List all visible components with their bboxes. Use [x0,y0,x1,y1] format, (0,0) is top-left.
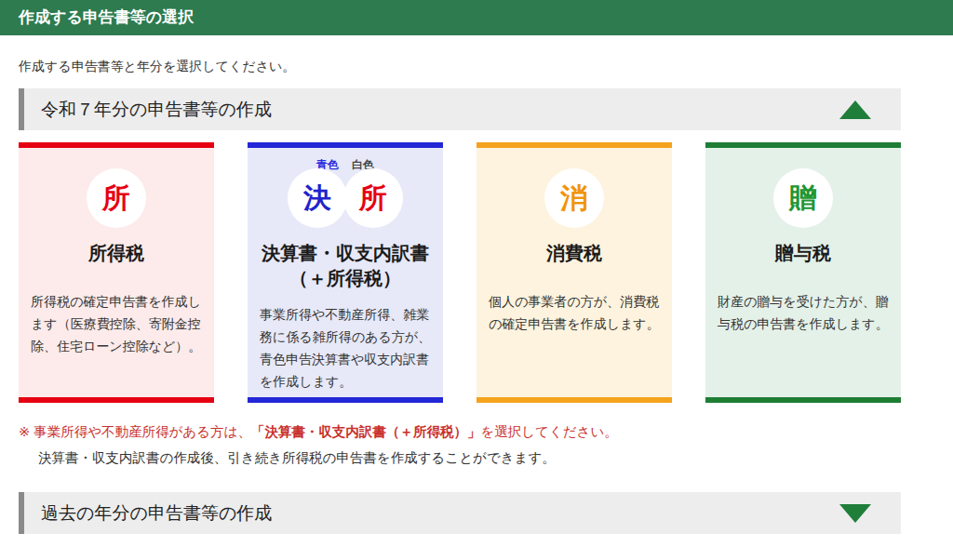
page-title: 作成する申告書等の選択 [19,8,194,26]
section-past-years-label: 過去の年分の申告書等の作成 [41,501,272,526]
card-consumption-tax[interactable]: 消 消費税 個人の事業者の方が、消費税の確定申告書を作成します。 [476,142,672,403]
instruction-text: 作成する申告書等と年分を選択してください。 [19,59,901,75]
section-current-year-label: 令和７年分の申告書等の作成 [41,98,272,122]
statement-badges: 決 所 [248,168,443,228]
advisory-note: ※ 事業所得や不動産所得がある方は、「決算書・収支内訳書（＋所得税）」を選択して… [19,423,901,467]
card-title-line1: 決算書・収支内訳書 [248,241,443,266]
card-desc-income-tax: 所得税の確定申告書を作成します（医療費控除、寄附金控除、住宅ローン控除など）。 [19,290,214,357]
main-content: 作成する申告書等と年分を選択してください。 令和７年分の申告書等の作成 所 所得… [19,59,901,534]
consumption-tax-badge-icon: 消 [544,168,604,228]
card-income-tax[interactable]: 所 所得税 所得税の確定申告書を作成します（医療費控除、寄附金控除、住宅ローン控… [19,142,214,403]
income-tax-badge-icon: 所 [87,168,146,228]
note-prefix: ※ 事業所得や不動産所得がある方は、 [19,424,251,439]
note-bold-part: 「決算書・収支内訳書（＋所得税）」 [251,424,481,439]
note-suffix: を選択してください。 [480,424,617,439]
card-gift-tax[interactable]: 贈 贈与税 財産の贈与を受けた方が、贈与税の申告書を作成します。 [705,142,901,403]
section-past-years[interactable]: 過去の年分の申告書等の作成 [19,492,901,534]
card-desc-financial-statement: 事業所得や不動産所得、雑業務に係る雑所得のある方が、青色申告決算書や収支内訳書を… [248,303,443,393]
statement-badge-icon: 決 [288,168,347,228]
income-tax-badge-char: 所 [102,180,130,218]
card-desc-consumption-tax: 個人の事業者の方が、消費税の確定申告書を作成します。 [476,290,672,335]
card-title-line2: （＋所得税） [248,266,443,291]
section-current-year[interactable]: 令和７年分の申告書等の作成 [19,88,901,130]
advisory-note-line2: 決算書・収支内訳書の作成後、引き続き所得税の申告書を作成することができます。 [19,449,901,467]
gift-tax-badge-char: 贈 [789,180,817,218]
advisory-note-line1: ※ 事業所得や不動産所得がある方は、「決算書・収支内訳書（＋所得税）」を選択して… [19,423,901,441]
page-title-bar: 作成する申告書等の選択 [0,0,953,35]
card-title-income-tax: 所得税 [19,241,214,266]
collapse-triangle-icon[interactable] [839,100,871,119]
gift-tax-badge-icon: 贈 [773,168,833,228]
card-title-gift-tax: 贈与税 [705,241,901,266]
statement-income-badge-icon: 所 [343,168,403,228]
consumption-tax-badge-char: 消 [560,180,588,218]
card-title-financial-statement: 決算書・収支内訳書 （＋所得税） [248,241,443,291]
statement-income-badge-char: 所 [359,180,387,218]
tax-type-cards: 所 所得税 所得税の確定申告書を作成します（医療費控除、寄附金控除、住宅ローン控… [19,142,901,403]
card-title-consumption-tax: 消費税 [476,241,672,266]
card-financial-statement[interactable]: 青色 白色 決 所 決算書・収支内訳書 （＋所得税） 事業所得や不動産所得、雑業… [248,142,443,403]
statement-badge-char: 決 [303,180,331,218]
card-desc-gift-tax: 財産の贈与を受けた方が、贈与税の申告書を作成します。 [705,290,901,335]
expand-triangle-icon[interactable] [839,504,871,523]
